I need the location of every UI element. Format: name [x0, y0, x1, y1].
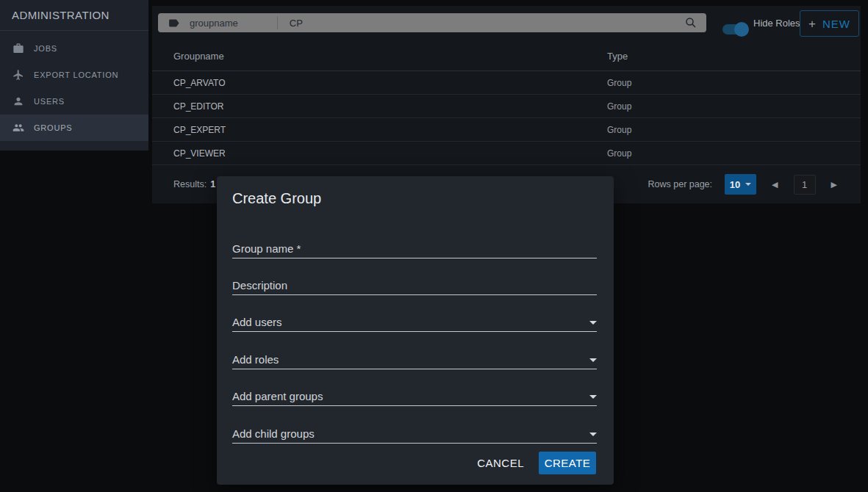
chevron-down-icon — [589, 395, 597, 399]
rows-per-page-label: Rows per page: — [648, 179, 713, 189]
field-label: Add users — [232, 316, 282, 328]
table-row[interactable]: CP_ARVATO Group — [152, 71, 861, 95]
sidebar-item-export-location[interactable]: EXPORT LOCATION — [0, 62, 148, 88]
create-group-dialog: Create Group Group name * Description Ad… — [217, 176, 614, 485]
create-button[interactable]: CREATE — [539, 452, 596, 474]
chevron-down-icon — [589, 433, 597, 436]
search-divider — [277, 16, 278, 29]
new-button-label: NEW — [822, 18, 850, 30]
chevron-down-icon — [589, 358, 597, 362]
chevron-down-icon — [745, 183, 751, 186]
chevron-down-icon — [589, 321, 597, 325]
add-users-select[interactable]: Add users — [232, 316, 597, 332]
rows-per-page-value: 10 — [730, 179, 740, 190]
results-count: Results: 1 - — [173, 165, 221, 203]
add-child-groups-select[interactable]: Add child groups — [232, 427, 597, 444]
field-label: Add parent groups — [232, 390, 323, 402]
search-input[interactable]: CP — [290, 18, 684, 29]
page-number[interactable]: 1 — [794, 175, 816, 195]
toolbar: groupname CP Hide Roles + NEW — [152, 6, 861, 40]
toggle-knob — [734, 22, 749, 37]
sidebar-item-label: EXPORT LOCATION — [34, 70, 118, 79]
table-row[interactable]: CP_EDITOR Group — [152, 95, 861, 118]
users-icon — [12, 122, 24, 134]
column-header-type: Type — [607, 40, 628, 71]
results-label: Results: — [173, 179, 207, 189]
group-name-field[interactable]: Group name * — [232, 242, 597, 258]
cancel-button[interactable]: CANCEL — [470, 452, 531, 474]
cell-groupname: CP_EXPERT — [173, 118, 226, 142]
search-bar[interactable]: groupname CP — [158, 13, 706, 32]
sidebar-item-jobs[interactable]: JOBS — [0, 35, 148, 62]
sidebar-item-label: USERS — [34, 97, 65, 106]
sidebar-title: ADMINISTRATION — [0, 0, 148, 31]
dialog-actions: CANCEL CREATE — [470, 452, 596, 474]
add-roles-select[interactable]: Add roles — [232, 353, 597, 369]
cell-groupname: CP_EDITOR — [173, 95, 223, 118]
dialog-title: Create Group — [232, 190, 321, 207]
hide-roles-label: Hide Roles — [753, 6, 800, 40]
sidebar-nav: JOBS EXPORT LOCATION USERS GROUPS — [0, 31, 148, 141]
label-icon — [168, 17, 180, 29]
briefcase-icon — [12, 43, 24, 54]
field-label: Group name * — [232, 242, 301, 255]
cell-type: Group — [607, 71, 631, 95]
field-label: Description — [232, 279, 287, 292]
sidebar-item-label: GROUPS — [34, 123, 72, 132]
column-header-groupname: Groupname — [173, 40, 224, 71]
sidebar-item-users[interactable]: USERS — [0, 88, 148, 115]
hide-roles-toggle[interactable] — [722, 24, 747, 35]
chevron-left-icon[interactable]: ◀ — [769, 177, 781, 192]
search-filter-tag: groupname — [190, 18, 238, 29]
field-label: Add roles — [232, 353, 279, 366]
cell-groupname: CP_VIEWER — [173, 142, 226, 165]
sidebar-item-groups[interactable]: GROUPS — [0, 115, 148, 141]
pagination: Rows per page: 10 ◀ 1 ▶ — [648, 165, 841, 203]
rows-per-page-select[interactable]: 10 — [725, 174, 756, 195]
table-row[interactable]: CP_VIEWER Group — [152, 142, 861, 165]
chevron-right-icon[interactable]: ▶ — [828, 177, 840, 192]
field-label: Add child groups — [232, 427, 315, 440]
cell-type: Group — [607, 142, 631, 165]
sidebar-item-label: JOBS — [34, 44, 57, 53]
plus-icon: + — [808, 18, 816, 30]
groups-panel: groupname CP Hide Roles + NEW Groupname … — [152, 6, 861, 203]
cell-groupname: CP_ARVATO — [173, 71, 225, 95]
cell-type: Group — [607, 118, 631, 142]
table-header: Groupname Type — [152, 40, 861, 71]
add-parent-groups-select[interactable]: Add parent groups — [232, 390, 597, 406]
airplane-icon — [12, 69, 24, 81]
description-field[interactable]: Description — [232, 279, 597, 295]
cell-type: Group — [607, 95, 631, 118]
table-row[interactable]: CP_EXPERT Group — [152, 118, 861, 142]
user-icon — [12, 95, 24, 107]
search-icon[interactable] — [684, 16, 697, 29]
new-button[interactable]: + NEW — [800, 10, 859, 37]
sidebar: ADMINISTRATION JOBS EXPORT LOCATION USER… — [0, 0, 148, 151]
